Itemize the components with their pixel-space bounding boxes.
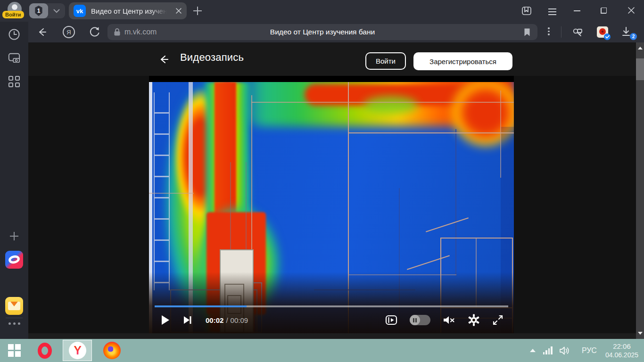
time-current: 00:02 <box>206 316 223 324</box>
time-total: 00:09 <box>231 316 248 324</box>
envelope-glyph <box>8 302 20 310</box>
sidebar-add-icon[interactable] <box>9 231 21 243</box>
page-content: Видеозапись Войти Зарегистрироваться <box>28 42 636 339</box>
close-window-button[interactable] <box>627 7 635 14</box>
browser-tab-active[interactable]: vk Видео от Центр изучен <box>69 2 187 19</box>
tab-group-expand[interactable] <box>48 9 65 13</box>
yandex-letter: Я <box>66 29 71 36</box>
taskbar-clock[interactable]: 22:06 04.06.2025 <box>605 342 638 360</box>
firefox-taskbar-icon[interactable] <box>103 342 121 359</box>
volume-icon[interactable] <box>559 346 571 356</box>
o-ring-glyph <box>8 255 20 265</box>
progress-fill <box>155 305 247 307</box>
extension-check-badge <box>604 33 611 40</box>
tab-title: Видео от Центр изучен <box>91 7 167 15</box>
toolbar-divider <box>561 26 561 38</box>
refresh-icon[interactable] <box>89 26 101 38</box>
yandex-browser-icon: Y <box>69 342 86 359</box>
scroll-up-icon[interactable] <box>638 47 643 49</box>
more-options-icon[interactable] <box>548 27 550 35</box>
picture-in-picture-icon[interactable] <box>385 314 397 326</box>
profile-login-badge[interactable]: Войти <box>2 11 24 18</box>
sidebar-more-icon[interactable] <box>8 322 20 325</box>
screenshot-icon[interactable] <box>8 52 20 64</box>
taskbar-time: 22:06 <box>605 342 638 351</box>
address-bar[interactable]: m.vk.com Видео от Центр изучения бани <box>107 24 537 40</box>
hidden-icons-chevron[interactable] <box>530 349 536 352</box>
progress-bar[interactable] <box>155 305 508 307</box>
page-title: Видеозапись <box>180 51 244 64</box>
language-indicator[interactable]: РУС <box>582 346 597 355</box>
mute-icon[interactable] <box>443 314 455 326</box>
tab-close-icon[interactable] <box>175 8 182 14</box>
downloads-button[interactable]: 2 <box>621 26 633 38</box>
password-key-icon[interactable] <box>571 26 584 38</box>
player-controls: 00:02 / 00:09 <box>160 311 504 329</box>
toggle-knob-pause-icon <box>410 315 420 325</box>
browser-sidebar <box>0 22 28 339</box>
browser-toolbar: Я m.vk.com Видео от Центр изучения бани <box>28 22 644 42</box>
minimize-button[interactable] <box>574 10 580 11</box>
play-icon[interactable] <box>160 314 170 326</box>
page-bottom-strip <box>28 333 636 339</box>
fullscreen-icon[interactable] <box>492 314 504 326</box>
windows-taskbar: Y РУС 22:06 04.06.2025 <box>0 339 644 362</box>
yandex-search-icon[interactable]: Я <box>63 26 75 38</box>
scroll-down-icon[interactable] <box>638 332 643 335</box>
menu-icon[interactable] <box>548 7 556 17</box>
yandex-browser-taskbar-active[interactable]: Y <box>63 340 92 361</box>
time-display: 00:02 / 00:09 <box>206 316 248 324</box>
screen: Войти 1 vk Видео от Центр изучен <box>0 0 644 362</box>
scrollbar-thumb[interactable] <box>636 58 644 80</box>
sidebar-divider <box>6 318 23 318</box>
avatar-head-icon <box>12 4 17 10</box>
back-icon[interactable] <box>37 27 47 37</box>
chevron-down-icon <box>53 9 60 13</box>
new-tab-button[interactable] <box>192 6 203 16</box>
start-button[interactable] <box>8 344 21 357</box>
tab-count-badge: 1 <box>34 6 43 16</box>
browser-titlebar: Войти 1 vk Видео от Центр изучен <box>0 0 644 22</box>
opera-taskbar-icon[interactable] <box>38 343 52 359</box>
login-button[interactable]: Войти <box>365 52 406 70</box>
time-separator: / <box>226 316 228 324</box>
downloads-count-badge: 2 <box>630 33 637 40</box>
history-clock-icon[interactable] <box>8 28 20 41</box>
autoplay-toggle[interactable] <box>410 315 430 325</box>
tab-group-shield[interactable]: 1 <box>29 3 48 18</box>
restore-window-button[interactable] <box>601 8 607 14</box>
page-back-icon[interactable] <box>158 54 170 65</box>
bookmark-icon[interactable] <box>523 28 531 37</box>
tab-group-control[interactable]: 1 <box>29 3 65 18</box>
extension-flower-icon[interactable] <box>597 26 608 38</box>
tableau-grid-icon[interactable] <box>8 75 21 89</box>
settings-gear-icon[interactable] <box>468 314 480 326</box>
register-button[interactable]: Зарегистрироваться <box>413 52 512 70</box>
page-scrollbar[interactable] <box>636 42 644 339</box>
taskbar-date: 04.06.2025 <box>605 351 638 359</box>
system-tray: РУС 22:06 04.06.2025 <box>530 339 641 362</box>
vk-favicon: vk <box>74 5 86 17</box>
odnoklassniki-app-icon[interactable] <box>5 251 23 269</box>
page-title-in-bar: Видео от Центр изучения бани <box>107 24 537 40</box>
network-signal-icon[interactable] <box>543 346 553 354</box>
yandex-mail-app-icon[interactable] <box>5 297 23 315</box>
sidebar-panel-icon[interactable] <box>521 5 532 16</box>
page-header: Видеозапись Войти Зарегистрироваться <box>28 42 636 76</box>
next-video-icon[interactable] <box>183 315 192 325</box>
video-player[interactable]: 00:02 / 00:09 <box>149 76 514 333</box>
